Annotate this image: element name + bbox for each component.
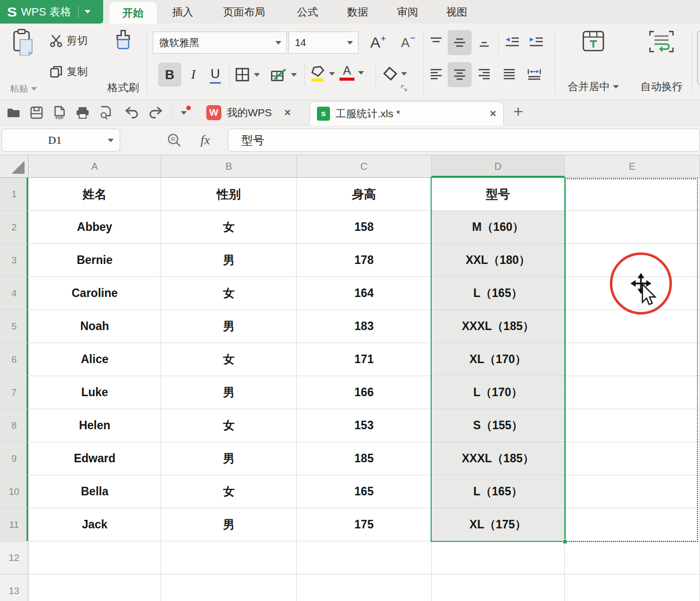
borders-button[interactable] (234, 67, 260, 83)
font-dialog-launcher[interactable] (401, 85, 408, 94)
cell[interactable]: 166 (297, 376, 432, 409)
cell[interactable]: XXXL（185） (432, 310, 565, 343)
column-header-d[interactable]: D (432, 155, 565, 178)
row-header[interactable]: 9 (0, 442, 29, 475)
increase-font-size-button[interactable]: A + (365, 31, 392, 55)
cell[interactable] (565, 541, 700, 574)
column-header-c[interactable]: C (297, 155, 432, 178)
row-header[interactable]: 11 (0, 508, 29, 541)
row-header[interactable]: 7 (0, 376, 29, 409)
fill-color-button[interactable] (309, 65, 335, 83)
cell[interactable] (565, 574, 700, 601)
name-box[interactable]: D1 (2, 129, 120, 152)
cell[interactable] (297, 541, 432, 574)
increase-indent-button[interactable] (526, 32, 547, 53)
cell[interactable]: 178 (297, 244, 432, 277)
menu-tab-home[interactable]: 开始 (109, 2, 157, 24)
cell[interactable]: 女 (161, 475, 297, 508)
align-center-button[interactable] (448, 62, 472, 87)
cell[interactable] (565, 475, 700, 508)
cell[interactable]: 女 (161, 277, 297, 310)
app-logo-menu[interactable]: S WPS 表格 (0, 0, 103, 24)
cell[interactable]: Jack (29, 508, 161, 541)
cell[interactable]: 男 (161, 310, 297, 343)
bold-button[interactable]: B (158, 63, 181, 87)
cell[interactable]: 153 (297, 409, 432, 442)
align-right-button[interactable] (474, 64, 495, 85)
cell[interactable]: 男 (161, 442, 297, 475)
row-header[interactable]: 3 (0, 244, 29, 277)
align-middle-button[interactable] (448, 30, 472, 55)
cell[interactable]: 身高 (297, 178, 432, 211)
copy-button[interactable]: 复制 (49, 65, 88, 79)
cell[interactable]: L（170） (432, 376, 565, 409)
underline-button[interactable]: U (204, 63, 226, 87)
menu-tab-formulas[interactable]: 公式 (289, 0, 325, 24)
toolbar-more-button[interactable] (176, 104, 191, 122)
export-pdf-button[interactable]: PDF (50, 104, 69, 122)
cell[interactable]: Luke (29, 376, 161, 409)
cell[interactable] (29, 541, 161, 574)
search-button[interactable]: R (165, 132, 183, 148)
cell[interactable]: XL（170） (432, 343, 565, 376)
distribute-text-button[interactable] (524, 64, 545, 85)
cell[interactable]: Caroline (29, 277, 161, 310)
cell[interactable] (161, 574, 297, 601)
cell[interactable]: XL（175） (432, 508, 565, 541)
alignment-dialog-launcher[interactable] (675, 83, 682, 92)
cell[interactable] (297, 574, 432, 601)
tab-document[interactable]: s 工服统计.xls * × (309, 101, 504, 125)
row-header[interactable]: 10 (0, 475, 29, 508)
column-header-b[interactable]: B (161, 155, 297, 178)
undo-button[interactable] (122, 104, 141, 122)
cell[interactable]: 171 (297, 343, 432, 376)
cell[interactable]: Helen (29, 409, 161, 442)
menu-tab-review[interactable]: 审阅 (390, 0, 426, 24)
cell[interactable] (565, 376, 700, 409)
column-header-a[interactable]: A (29, 155, 161, 178)
draw-border-button[interactable] (270, 67, 297, 83)
cell[interactable]: Alice (29, 343, 161, 376)
clear-format-button[interactable] (382, 66, 407, 82)
cell[interactable]: Bella (29, 475, 161, 508)
active-cell[interactable]: 型号 (432, 178, 565, 211)
row-header[interactable]: 5 (0, 310, 29, 343)
cell[interactable]: XXXL（185） (432, 442, 565, 475)
cell[interactable]: 男 (161, 244, 297, 277)
menu-tab-page-layout[interactable]: 页面布局 (213, 0, 275, 24)
decrease-indent-button[interactable] (502, 32, 523, 53)
cell[interactable] (565, 343, 700, 376)
cell[interactable]: 164 (297, 277, 432, 310)
cell[interactable]: 183 (297, 310, 432, 343)
cell[interactable]: Edward (29, 442, 161, 475)
redo-button[interactable] (146, 104, 165, 122)
next-group-partial-button[interactable] (697, 31, 700, 85)
new-tab-button[interactable]: + (513, 102, 523, 121)
select-all-corner[interactable] (0, 155, 29, 178)
align-top-button[interactable] (426, 32, 447, 53)
paste-button[interactable]: 粘贴 (6, 29, 41, 95)
cell[interactable] (565, 310, 700, 343)
row-header[interactable]: 4 (0, 277, 29, 310)
column-header-e[interactable]: E (565, 155, 700, 178)
cell[interactable] (432, 541, 565, 574)
italic-button[interactable]: I (183, 63, 203, 87)
cell[interactable]: 男 (161, 508, 297, 541)
row-header[interactable]: 8 (0, 409, 29, 442)
close-document-icon[interactable]: × (490, 108, 496, 119)
cell[interactable] (565, 211, 700, 244)
cell[interactable] (565, 409, 700, 442)
cell[interactable] (161, 541, 297, 574)
cell[interactable] (432, 574, 565, 601)
save-button[interactable] (27, 104, 46, 122)
close-wps-home-icon[interactable]: × (284, 107, 291, 118)
cut-button[interactable]: 剪切 (49, 34, 88, 48)
cell[interactable]: 158 (297, 211, 432, 244)
menu-tab-data[interactable]: 数据 (339, 0, 376, 24)
cell[interactable]: Abbey (29, 211, 161, 244)
print-button[interactable] (73, 104, 92, 122)
print-preview-button[interactable] (96, 104, 115, 122)
cell[interactable]: 165 (297, 475, 432, 508)
font-size-select[interactable]: 14 (288, 32, 359, 54)
format-painter-button[interactable]: 格式刷 (103, 29, 143, 95)
